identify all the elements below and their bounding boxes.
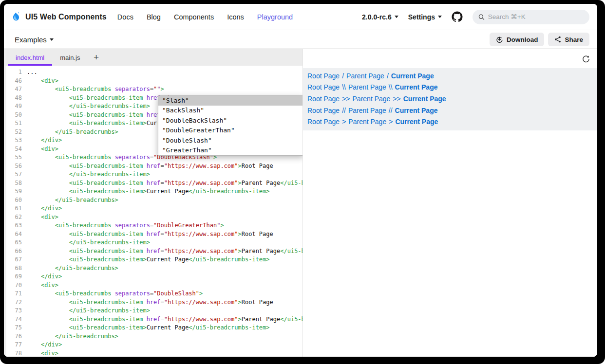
breadcrumb-link-root[interactable]: Root Page	[307, 107, 340, 114]
line-content: <ui5-breadcrumbs-item>Current Page</ui5-…	[27, 187, 270, 196]
download-label: Download	[507, 36, 538, 43]
main-split: index.htmlmain.js+ 1...46 <div>47 <ui5-b…	[4, 49, 597, 357]
breadcrumb-row: Root Page>>Parent Page>>Current Page	[307, 93, 597, 105]
breadcrumb-link-parent[interactable]: Parent Page	[353, 95, 391, 103]
breadcrumb-current: Current Page	[395, 83, 438, 91]
breadcrumb-current: Current Page	[391, 72, 434, 80]
breadcrumb-separator: /	[342, 72, 344, 80]
editor-tab-main-js[interactable]: main.js	[52, 49, 88, 66]
code-line[interactable]: 68 </ui5-breadcrumbs>	[4, 264, 302, 273]
search-input[interactable]	[488, 13, 584, 20]
header-right: 2.0.0-rc.6 Settings	[362, 10, 589, 24]
line-content: </ui5-breadcrumbs>	[27, 196, 118, 205]
code-line[interactable]: 71 <ui5-breadcrumbs separators="DoubleSl…	[4, 290, 302, 298]
code-line[interactable]: 47 <ui5-breadcrumbs separators="">	[4, 85, 302, 94]
breadcrumb-row: Root Page/Parent Page/Current Page	[307, 70, 597, 82]
code-line[interactable]: 65 </ui5-breadcrumbs-item>	[4, 238, 302, 247]
code-line[interactable]: 78 <div>	[4, 349, 302, 357]
line-number: 77	[4, 341, 22, 349]
breadcrumb-link-root[interactable]: Root Page	[307, 118, 340, 126]
breadcrumb-link-parent[interactable]: Parent Page	[348, 83, 386, 91]
line-number: 58	[4, 179, 22, 188]
download-button[interactable]: Download	[490, 33, 545, 46]
line-number: 78	[4, 349, 22, 357]
code-line[interactable]: 57 </ui5-breadcrumbs-item>	[4, 170, 302, 179]
settings-dropdown[interactable]: Settings	[408, 13, 442, 21]
code-line[interactable]: 58 <ui5-breadcrumbs-item href="https://w…	[4, 179, 302, 188]
code-line[interactable]: 72 <ui5-breadcrumbs-item href="https://w…	[4, 298, 302, 307]
line-number: 55	[4, 153, 22, 162]
line-content: </ui5-breadcrumbs>	[27, 264, 118, 273]
line-content: </div>	[27, 204, 62, 213]
code-line[interactable]: 46 <div>	[4, 77, 302, 86]
line-content: <ui5-breadcrumbs-item href="https://www.…	[27, 162, 273, 171]
breadcrumb-row: Root Page//Parent Page//Current Page	[307, 105, 597, 116]
code-line[interactable]: 74 <ui5-breadcrumbs-item href="https://w…	[4, 315, 302, 324]
line-content: </ui5-breadcrumbs-item>	[27, 238, 150, 247]
github-icon[interactable]	[452, 11, 463, 22]
line-content: </div>	[27, 136, 62, 145]
editor-tab-index-html[interactable]: index.html	[8, 49, 52, 66]
code-line[interactable]: 1...	[4, 68, 302, 77]
code-line[interactable]: 59 <ui5-breadcrumbs-item>Current Page</u…	[4, 187, 302, 196]
examples-dropdown[interactable]: Examples	[15, 36, 54, 44]
nav-item-playground[interactable]: Playground	[257, 13, 293, 21]
new-tab-button[interactable]: +	[88, 49, 104, 66]
autocomplete-item[interactable]: "Slash"	[158, 96, 302, 106]
breadcrumb-link-parent[interactable]: Parent Page	[346, 72, 384, 80]
reload-preview-button[interactable]	[581, 54, 591, 64]
line-content: </ui5-breadcrumbs>	[27, 332, 118, 341]
autocomplete-item[interactable]: "DoubleSlash"	[158, 136, 302, 146]
breadcrumb-link-parent[interactable]: Parent Page	[348, 118, 386, 126]
code-line[interactable]: 77 </div>	[4, 341, 302, 349]
code-line[interactable]: 63 <ui5-breadcrumbs separators="DoubleGr…	[4, 221, 302, 230]
code-line[interactable]: 60 </ui5-breadcrumbs>	[4, 196, 302, 205]
breadcrumb-link-root[interactable]: Root Page	[307, 83, 340, 91]
line-number: 59	[4, 187, 22, 196]
breadcrumb-link-parent[interactable]: Parent Page	[348, 107, 386, 114]
code-line[interactable]: 76 </ui5-breadcrumbs>	[4, 332, 302, 341]
home-link[interactable]: UI5 Web Components	[11, 11, 107, 23]
nav-item-docs[interactable]: Docs	[117, 13, 133, 21]
breadcrumb-current: Current Page	[395, 107, 438, 114]
code-line[interactable]: 73 </ui5-breadcrumbs-item>	[4, 307, 302, 315]
code-editor[interactable]: 1...46 <div>47 <ui5-breadcrumbs separato…	[4, 66, 302, 357]
code-line[interactable]: 67 <ui5-breadcrumbs-item>Current Page</u…	[4, 255, 302, 264]
share-button[interactable]: Share	[548, 33, 589, 46]
autocomplete-item[interactable]: "BackSlash"	[158, 106, 302, 115]
autocomplete-item[interactable]: "DoubleGreaterThan"	[158, 126, 302, 135]
line-number: 73	[4, 307, 22, 315]
code-line[interactable]: 70 <div>	[4, 281, 302, 290]
code-line[interactable]: 64 <ui5-breadcrumbs-item href="https://w…	[4, 230, 302, 239]
code-line[interactable]: 75 <ui5-breadcrumbs-item>Current Page</u…	[4, 324, 302, 332]
autocomplete-item[interactable]: "GreaterThan"	[158, 146, 302, 155]
code-line[interactable]: 69 </div>	[4, 273, 302, 281]
line-number: 60	[4, 196, 22, 205]
line-content: <ui5-breadcrumbs-item>Current Page</ui5-…	[27, 255, 270, 264]
line-content: </ui5-breadcrumbs-item>	[27, 170, 150, 179]
code-line[interactable]: 62 <div>	[4, 213, 302, 222]
nav-item-icons[interactable]: Icons	[227, 13, 244, 21]
line-content: <ui5-breadcrumbs-item href="https://www.…	[27, 315, 302, 324]
autocomplete-item[interactable]: "DoubleBackSlash"	[158, 116, 302, 126]
main-nav: DocsBlogComponentsIconsPlayground	[117, 13, 293, 21]
nav-item-components[interactable]: Components	[174, 13, 214, 21]
breadcrumb-separator: \\	[389, 83, 393, 91]
code-line[interactable]: 66 <ui5-breadcrumbs-item href="https://w…	[4, 247, 302, 256]
toolbar: Examples Download Share	[4, 31, 597, 49]
code-line[interactable]: 61 </div>	[4, 204, 302, 213]
share-label: Share	[565, 36, 583, 43]
code-line[interactable]: 56 <ui5-breadcrumbs-item href="https://w…	[4, 162, 302, 171]
nav-item-blog[interactable]: Blog	[147, 13, 161, 21]
breadcrumb-link-root[interactable]: Root Page	[307, 95, 340, 103]
line-number: 49	[4, 102, 22, 111]
line-content: </ui5-breadcrumbs-item>	[27, 307, 150, 315]
breadcrumb-separator: >	[342, 118, 346, 126]
version-dropdown[interactable]: 2.0.0-rc.6	[362, 13, 398, 21]
breadcrumb-link-root[interactable]: Root Page	[307, 72, 340, 80]
line-number: 1	[4, 68, 22, 77]
search-box[interactable]	[473, 10, 589, 24]
chevron-down-icon	[50, 38, 54, 41]
line-content: </ui5-breadcrumbs>	[27, 128, 118, 137]
line-content: ...	[27, 68, 38, 77]
